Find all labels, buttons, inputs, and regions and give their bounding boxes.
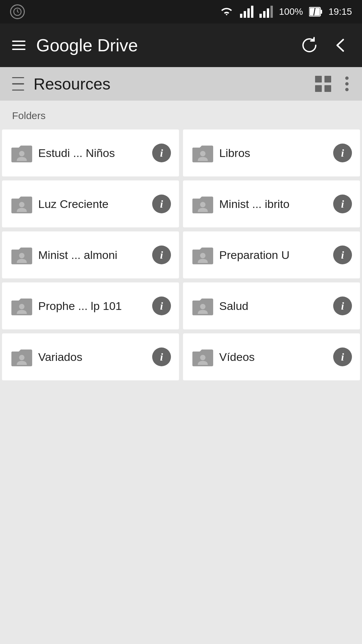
folder-icon xyxy=(10,141,34,165)
grid-view-button[interactable] xyxy=(314,75,332,93)
folder-name: Minist ... ibrito xyxy=(215,198,333,211)
svg-point-39 xyxy=(200,253,205,258)
folder-info-button[interactable]: i xyxy=(333,195,352,213)
svg-rect-9 xyxy=(267,8,269,18)
folder-info-button[interactable]: i xyxy=(333,297,352,315)
folder-item[interactable]: Prophe ... lp 101 i xyxy=(2,282,179,329)
svg-rect-16 xyxy=(324,76,331,83)
clock-icon xyxy=(10,4,25,19)
secondary-menu-icon[interactable] xyxy=(12,77,24,91)
folder-icon xyxy=(10,192,34,216)
signal2-icon xyxy=(259,6,273,18)
svg-rect-8 xyxy=(263,11,265,18)
svg-point-42 xyxy=(19,304,24,309)
folder-icon xyxy=(191,141,215,165)
app-bar: Google Drive xyxy=(0,23,362,67)
menu-icon[interactable] xyxy=(12,41,25,50)
svg-rect-12 xyxy=(320,10,322,14)
svg-rect-18 xyxy=(324,85,331,92)
status-right: 100% 19:15 xyxy=(219,6,352,18)
refresh-icon xyxy=(300,36,318,54)
folder-name: Estudi ... Niños xyxy=(34,147,152,160)
battery-percentage: 100% xyxy=(279,6,303,17)
folder-item[interactable]: Vídeos i xyxy=(183,333,360,380)
refresh-button[interactable] xyxy=(300,36,318,54)
svg-rect-10 xyxy=(270,6,273,18)
secondary-actions xyxy=(314,75,350,93)
folder-icon xyxy=(191,192,215,216)
status-time: 19:15 xyxy=(328,6,352,17)
folder-item[interactable]: Preparation U i xyxy=(183,231,360,278)
folder-icon xyxy=(10,243,34,267)
more-icon xyxy=(344,75,350,93)
svg-point-19 xyxy=(345,76,349,80)
folder-info-button[interactable]: i xyxy=(152,297,171,315)
app-bar-actions xyxy=(300,36,350,54)
svg-point-48 xyxy=(19,355,24,360)
svg-point-20 xyxy=(345,82,349,86)
folder-icon xyxy=(191,345,215,369)
folder-info-button[interactable]: i xyxy=(152,246,171,264)
svg-point-45 xyxy=(200,304,205,309)
app-bar-left: Google Drive xyxy=(12,35,138,55)
svg-point-27 xyxy=(200,151,205,156)
folders-section-label: Folders xyxy=(0,101,362,127)
folder-item[interactable]: Estudi ... Niños i xyxy=(2,129,179,176)
empty-area xyxy=(0,389,362,644)
folder-name: Luz Creciente xyxy=(34,198,152,211)
secondary-left: Resources xyxy=(12,75,110,93)
svg-point-33 xyxy=(200,202,205,207)
svg-point-24 xyxy=(19,151,24,156)
svg-point-30 xyxy=(19,202,24,207)
folder-item[interactable]: Luz Creciente i xyxy=(2,180,179,227)
folder-name: Prophe ... lp 101 xyxy=(34,300,152,313)
section-title: Resources xyxy=(34,75,110,93)
folder-info-button[interactable]: i xyxy=(333,246,352,264)
svg-rect-3 xyxy=(240,14,242,18)
folder-item[interactable]: Salud i xyxy=(183,282,360,329)
status-left xyxy=(10,4,25,19)
svg-point-21 xyxy=(345,88,349,91)
folder-name: Minist ... almoni xyxy=(34,249,152,262)
grid-view-icon xyxy=(314,75,332,93)
folder-name: Libros xyxy=(215,147,333,160)
folder-info-button[interactable]: i xyxy=(152,347,171,366)
folder-icon xyxy=(10,345,34,369)
folder-icon xyxy=(191,294,215,318)
folder-info-button[interactable]: i xyxy=(333,144,352,162)
svg-rect-6 xyxy=(251,6,253,18)
svg-rect-7 xyxy=(259,14,262,18)
svg-rect-5 xyxy=(247,8,250,18)
svg-point-51 xyxy=(200,355,205,360)
svg-rect-4 xyxy=(244,11,246,18)
folder-info-button[interactable]: i xyxy=(152,144,171,162)
folder-name: Salud xyxy=(215,300,333,313)
svg-line-2 xyxy=(17,12,19,12)
wifi-icon xyxy=(219,6,234,17)
status-bar: 100% 19:15 xyxy=(0,0,362,23)
svg-rect-17 xyxy=(315,85,322,92)
app-title: Google Drive xyxy=(36,35,138,55)
folder-name: Preparation U xyxy=(215,249,333,262)
folder-item[interactable]: Variados i xyxy=(2,333,179,380)
folder-item[interactable]: Minist ... almoni i xyxy=(2,231,179,278)
folder-icon xyxy=(191,243,215,267)
folders-grid: Estudi ... Niños i Libros i xyxy=(0,127,362,389)
secondary-toolbar: Resources xyxy=(0,67,362,101)
folder-info-button[interactable]: i xyxy=(152,195,171,213)
folder-name: Vídeos xyxy=(215,351,333,364)
back-icon xyxy=(332,36,350,54)
back-button[interactable] xyxy=(332,36,350,54)
folder-info-button[interactable]: i xyxy=(333,347,352,366)
folder-icon xyxy=(10,294,34,318)
svg-rect-15 xyxy=(315,76,322,83)
folder-item[interactable]: Libros i xyxy=(183,129,360,176)
folder-name: Variados xyxy=(34,351,152,364)
more-options-button[interactable] xyxy=(344,75,350,93)
signal-icon xyxy=(240,6,253,18)
svg-point-36 xyxy=(19,253,24,258)
folder-item[interactable]: Minist ... ibrito i xyxy=(183,180,360,227)
battery-icon xyxy=(309,6,322,17)
